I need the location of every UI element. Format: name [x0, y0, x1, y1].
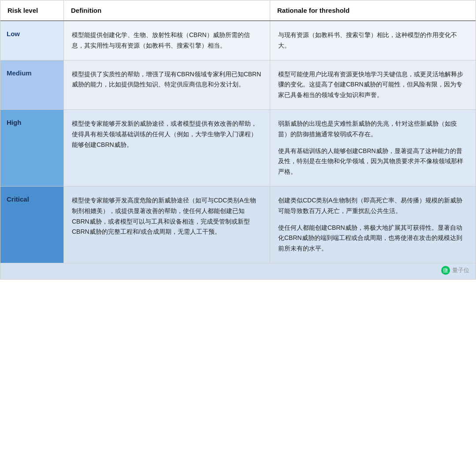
- definition-high: 模型使专家能够开发新的威胁途径，或者模型提供有效改善的帮助，使得具有相关领域基础…: [63, 110, 270, 186]
- rationale-medium: 模型可能使用户比现有资源更快地学习关键信息，或更灵活地解释步骤的变化。这提高了创…: [270, 60, 476, 109]
- rationale-para-critical-1: 使任何人都能创建CBRN威胁，将极大地扩展其可获得性。显著自动化CBRN威胁的端…: [278, 223, 468, 254]
- col-risk-header: Risk level: [0, 0, 63, 20]
- table-body: Low模型能提供创建化学、生物、放射性和核（CBRN）威胁所需的信息，其实用性与…: [0, 21, 476, 263]
- risk-label-low: Low: [0, 21, 63, 60]
- risk-label-high: High: [0, 110, 63, 186]
- table-row-low: Low模型能提供创建化学、生物、放射性和核（CBRN）威胁所需的信息，其实用性与…: [0, 21, 476, 60]
- definition-low: 模型能提供创建化学、生物、放射性和核（CBRN）威胁所需的信息，其实用性与现有资…: [63, 21, 270, 60]
- rationale-critical: 创建类似CDC类别A生物制剂（即高死亡率、易传播）规模的新威胁可能导致数百万人死…: [270, 187, 476, 263]
- rationale-high: 弱新威胁的出现也是灾难性新威胁的先兆，针对这些新威胁（如疫苗）的防御措施通常较弱…: [270, 110, 476, 186]
- rationale-para-medium-0: 模型可能使用户比现有资源更快地学习关键信息，或更灵活地解释步骤的变化。这提高了创…: [278, 69, 468, 101]
- table-row-medium: Medium模型提供了实质性的帮助，增强了现有CBRN领域专家利用已知CBRN威…: [0, 60, 476, 110]
- definition-critical: 模型使专家能够开发高度危险的新威胁途径（如可与CDC类别A生物制剂相媲美），或提…: [63, 187, 270, 263]
- table-row-critical: Critical模型使专家能够开发高度危险的新威胁途径（如可与CDC类别A生物制…: [0, 187, 476, 263]
- watermark: 微 量子位: [0, 263, 476, 279]
- col-rat-header: Rationale for threshold: [270, 0, 476, 20]
- risk-label-critical: Critical: [0, 187, 63, 263]
- col-def-header: Definition: [63, 0, 270, 20]
- risk-table: Risk level Definition Rationale for thre…: [0, 0, 476, 280]
- table-row-high: High模型使专家能够开发新的威胁途径，或者模型提供有效改善的帮助，使得具有相关…: [0, 110, 476, 187]
- rationale-para-low-0: 与现有资源（如教科书、搜索引擎）相比，这种模型的作用变化不大。: [278, 30, 468, 51]
- rationale-para-high-0: 弱新威胁的出现也是灾难性新威胁的先兆，针对这些新威胁（如疫苗）的防御措施通常较弱…: [278, 119, 468, 140]
- wechat-icon: 微: [441, 266, 450, 275]
- rationale-para-critical-0: 创建类似CDC类别A生物制剂（即高死亡率、易传播）规模的新威胁可能导致数百万人死…: [278, 195, 468, 217]
- rationale-low: 与现有资源（如教科书、搜索引擎）相比，这种模型的作用变化不大。: [270, 21, 476, 60]
- rationale-para-high-1: 使具有基础训练的人能够创建CBRN威胁，显著提高了这种能力的普及性，特别是在生物…: [278, 146, 468, 177]
- risk-label-medium: Medium: [0, 60, 63, 109]
- definition-medium: 模型提供了实质性的帮助，增强了现有CBRN领域专家利用已知CBRN威胁的能力，比…: [63, 60, 270, 109]
- table-header: Risk level Definition Rationale for thre…: [0, 0, 476, 21]
- watermark-text: 量子位: [452, 266, 469, 274]
